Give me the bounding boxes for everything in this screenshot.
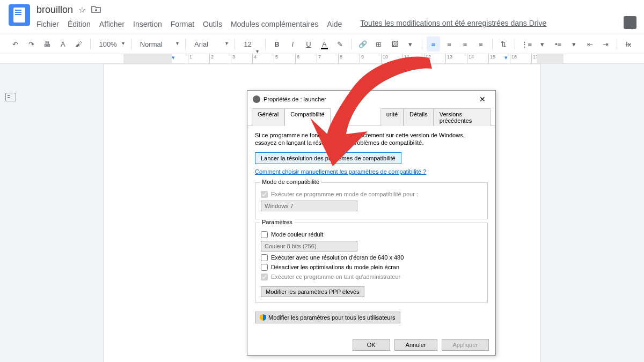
style-select[interactable]: Normal [136,38,181,50]
document-title[interactable]: brouillon [36,4,73,16]
bulleted-list-button[interactable]: •≡ [551,36,565,51]
menu-help[interactable]: Aide [327,19,342,29]
font-size-select[interactable]: 12 [239,38,261,50]
zoom-select[interactable]: 100% [95,38,127,50]
undo-button[interactable]: ↶ [9,36,23,51]
align-center-button[interactable]: ≡ [442,36,456,51]
underline-button[interactable]: U [302,36,316,51]
clear-formatting-button[interactable]: Ix [621,36,635,51]
align-justify-button[interactable]: ≡ [474,36,488,51]
change-all-users-label: Modifier les paramètres pour tous les ut… [268,314,396,321]
tab-compatibility[interactable]: Compatibilité [284,108,331,126]
manual-settings-link[interactable]: Comment choisir manuellement les paramèt… [255,168,426,175]
compat-description: Si ce programme ne fonctionne pas correc… [255,131,488,147]
properties-dialog: Propriétés de : launcher ✕ Général Compa… [247,90,496,356]
numbered-list-button[interactable]: ⋮≡ [519,36,533,51]
list-dropdown-1[interactable]: ▾ [536,36,550,51]
menu-edit[interactable]: Édition [68,19,91,29]
run-troubleshooter-button[interactable]: Lancer la résolution des problèmes de co… [255,152,401,164]
star-icon[interactable]: ☆ [78,5,86,15]
menu-format[interactable]: Format [171,19,194,29]
align-right-button[interactable]: ≡ [458,36,472,51]
resolution-label: Exécuter avec une résolution d'écran de … [271,254,404,261]
docs-logo-icon[interactable] [9,4,30,26]
bold-button[interactable]: B [270,36,284,51]
menu-view[interactable]: Afficher [99,19,125,29]
print-button[interactable]: 🖶 [40,36,54,51]
menu-insert[interactable]: Insertion [133,19,162,29]
fullscreen-opt-label: Désactiver les optimisations du mode ple… [271,264,399,270]
italic-button[interactable]: I [286,36,300,51]
tab-details[interactable]: Détails [404,108,434,126]
list-dropdown-2[interactable]: ▾ [567,36,581,51]
compat-mode-group-title: Mode de compatibilité [260,179,321,185]
comments-icon[interactable] [624,16,636,29]
compat-mode-checkbox [261,191,268,198]
settings-group-title: Paramètres [260,219,295,225]
ok-button[interactable]: OK [353,339,390,351]
menu-tools[interactable]: Outils [203,19,222,29]
launcher-icon [253,95,260,103]
menu-addons[interactable]: Modules complémentaires [231,19,318,29]
tab-previous-versions[interactable]: Versions précédentes [434,108,491,126]
move-folder-icon[interactable] [91,5,101,15]
spellcheck-button[interactable]: Ā [56,36,70,51]
resolution-checkbox[interactable] [261,254,268,261]
close-button[interactable]: ✕ [475,94,490,105]
highlight-button[interactable]: ✎ [333,36,347,51]
redo-button[interactable]: ↷ [25,36,39,51]
line-spacing-button[interactable]: ⇅ [497,36,511,51]
menu-file[interactable]: Fichier [36,19,59,29]
comment-button[interactable]: ⊞ [372,36,386,51]
image-dropdown[interactable]: ▾ [404,36,418,51]
reduced-color-label: Mode couleur réduit [271,231,323,238]
compat-mode-label: Exécuter ce programme en mode de compati… [271,191,418,197]
change-all-users-button[interactable]: Modifier les paramètres pour tous les ut… [255,312,400,323]
ruler[interactable]: ▾ ▾ 21123456789101112131415161718 [0,54,644,64]
text-color-button[interactable]: A [318,36,332,51]
high-dpi-button[interactable]: Modifier les paramètres PPP élevés [261,286,364,297]
fullscreen-opt-checkbox[interactable] [261,264,268,271]
image-button[interactable]: 🖼 [388,36,402,51]
reduced-color-checkbox[interactable] [261,231,268,238]
color-depth-select: Couleur 8 bits (256) [261,241,357,252]
apply-button: Appliquer [442,339,489,351]
font-select[interactable]: Arial [190,38,230,50]
decrease-indent-button[interactable]: ⇤ [583,36,597,51]
run-as-admin-label: Exécuter ce programme en tant qu'adminis… [271,274,400,280]
align-left-button[interactable]: ≡ [427,36,441,51]
shield-icon [260,314,266,321]
cancel-button[interactable]: Annuler [394,339,437,351]
tab-general[interactable]: Général [252,108,284,126]
compat-os-select: Windows 7 [261,201,357,211]
outline-toggle-icon[interactable] [5,93,16,101]
save-status[interactable]: Toutes les modifications ont été enregis… [360,19,546,29]
paint-format-button[interactable]: 🖌 [72,36,86,51]
run-as-admin-checkbox [261,274,268,280]
link-button[interactable]: 🔗 [356,36,370,51]
tab-security[interactable]: urité [380,108,404,126]
increase-indent-button[interactable]: ⇥ [599,36,613,51]
dialog-title: Propriétés de : launcher [264,96,326,102]
